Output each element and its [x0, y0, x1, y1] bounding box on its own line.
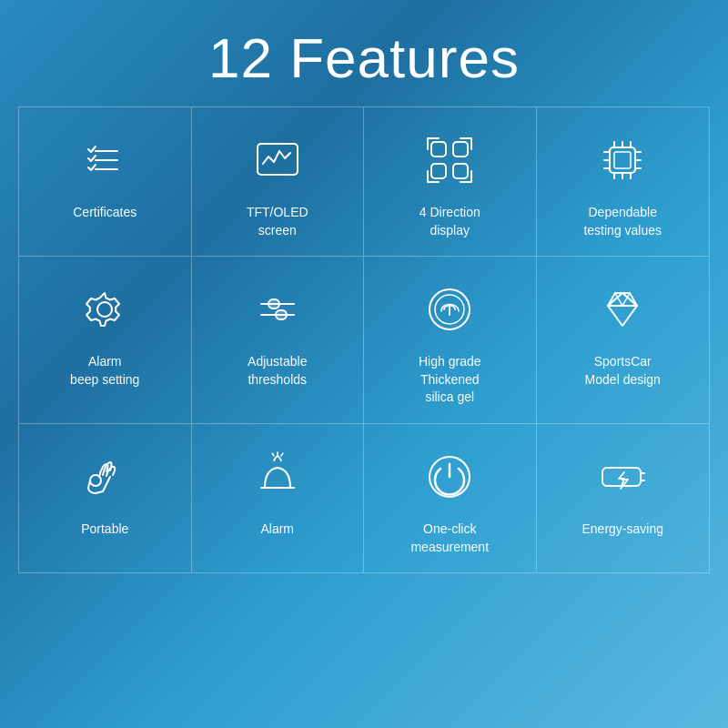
feature-one-click: One-clickmeasurement [364, 424, 537, 572]
testing-icon [590, 127, 655, 193]
tft-oled-icon [245, 127, 310, 193]
certificates-label: Certificates [73, 204, 136, 222]
energy-saving-icon [590, 444, 655, 510]
svg-line-36 [281, 453, 283, 456]
silica-gel-icon [417, 277, 482, 342]
alarm-beep-icon [72, 277, 137, 342]
page-title: 12 Features [208, 25, 520, 90]
svg-rect-39 [602, 468, 641, 486]
feature-testing: Dependabletesting values [537, 107, 710, 257]
svg-rect-24 [268, 299, 279, 308]
feature-direction: 4 Directiondisplay [364, 107, 537, 257]
energy-saving-label: Energy-saving [582, 521, 664, 539]
svg-rect-6 [431, 164, 446, 178]
svg-rect-3 [258, 144, 298, 175]
feature-certificates: Certificates [19, 107, 192, 257]
svg-rect-8 [610, 147, 635, 173]
feature-alarm: Alarm [192, 424, 365, 572]
feature-tft-oled: TFT/OLEDscreen [192, 107, 365, 257]
direction-icon [417, 127, 482, 193]
alarm-beep-label: Alarmbeep setting [70, 353, 139, 389]
feature-energy-saving: Energy-saving [537, 424, 710, 572]
sportscar-label: SportsCarModel design [585, 353, 661, 389]
feature-sportscar: SportsCarModel design [537, 257, 710, 424]
features-grid: Certificates TFT/OLEDscreen [18, 106, 710, 573]
feature-portable: Portable [19, 424, 192, 572]
svg-rect-26 [276, 310, 287, 319]
svg-rect-5 [453, 142, 468, 157]
alarm-label: Alarm [260, 521, 294, 539]
certificates-icon [72, 127, 137, 193]
feature-alarm-beep: Alarmbeep setting [19, 257, 192, 424]
alarm-icon [245, 444, 310, 510]
svg-rect-7 [453, 164, 468, 178]
svg-rect-9 [614, 152, 631, 168]
portable-icon [72, 444, 137, 510]
sportscar-icon [590, 277, 655, 342]
one-click-label: One-clickmeasurement [410, 521, 489, 556]
feature-thresholds: Adjustablethresholds [192, 257, 365, 424]
svg-rect-4 [431, 142, 446, 157]
testing-label: Dependabletesting values [583, 204, 662, 239]
svg-point-22 [97, 302, 112, 317]
feature-silica-gel: High gradeThickenedsilica gel [364, 257, 537, 424]
tft-oled-label: TFT/OLEDscreen [247, 204, 308, 239]
thresholds-label: Adjustablethresholds [248, 353, 307, 389]
thresholds-icon [245, 277, 310, 342]
silica-gel-label: High gradeThickenedsilica gel [419, 353, 481, 407]
direction-label: 4 Directiondisplay [420, 204, 480, 239]
one-click-icon [417, 444, 482, 510]
portable-label: Portable [81, 521, 128, 539]
svg-line-35 [272, 453, 274, 456]
